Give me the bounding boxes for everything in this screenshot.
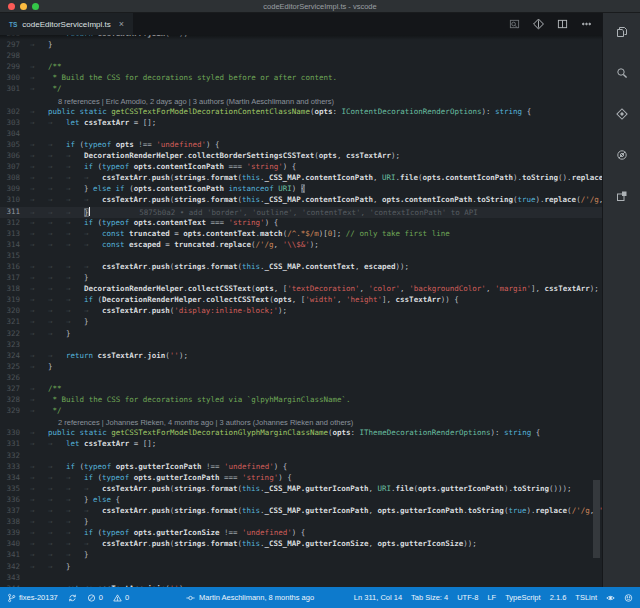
code-line-304[interactable]: 304: [0, 129, 602, 140]
line-number[interactable]: 327: [0, 384, 30, 395]
code-line-320[interactable]: 320→→→→cssTextArr.push('display:inline-b…: [0, 306, 602, 317]
code-line-298[interactable]: 298: [0, 51, 602, 62]
status-item[interactable]: Ln 311, Col 14: [354, 593, 402, 602]
git-compare-icon[interactable]: [533, 19, 544, 30]
code-line-337[interactable]: 337→→→→cssTextArr.push(strings.format(th…: [0, 506, 602, 517]
git-blame-status[interactable]: Martin Aeschlimann, 8 months ago: [186, 593, 314, 602]
codelens-annotation[interactable]: 2 references | Johannes Rieken, 4 months…: [0, 417, 602, 428]
extensions-icon[interactable]: [613, 187, 630, 204]
line-number[interactable]: 307: [0, 162, 30, 173]
more-actions-icon[interactable]: [581, 19, 592, 30]
code-line-329[interactable]: 329→ */: [0, 406, 602, 417]
line-number[interactable]: 339: [0, 528, 30, 539]
code-line-311[interactable]: 311→→→} 5875b0a2 • add 'border', 'outlin…: [0, 207, 602, 218]
maximize-window-button[interactable]: [32, 3, 39, 10]
line-number[interactable]: 320: [0, 306, 30, 317]
code-line-318[interactable]: 318→→→DecorationRenderHelper.collectCSST…: [0, 284, 602, 295]
status-item[interactable]: 2.1.6: [550, 593, 567, 602]
status-item[interactable]: Tab Size: 4: [411, 593, 448, 602]
code-line-334[interactable]: 334→→→if (typeof opts.gutterIconPath ===…: [0, 473, 602, 484]
line-number[interactable]: 341: [0, 550, 30, 561]
line-number[interactable]: 319: [0, 295, 30, 306]
code-line-324[interactable]: 324→→return cssTextArr.join('');: [0, 351, 602, 362]
code-line-326[interactable]: 326: [0, 373, 602, 384]
line-number[interactable]: 336: [0, 495, 30, 506]
line-number[interactable]: 303: [0, 118, 30, 129]
debug-icon[interactable]: [613, 146, 630, 163]
code-line-335[interactable]: 335→→→→cssTextArr.push(strings.format(th…: [0, 484, 602, 495]
code-line-321[interactable]: 321→→→}: [0, 317, 602, 328]
status-item-error[interactable]: 0: [87, 593, 103, 602]
code-line-303[interactable]: 303→→let cssTextArr = [];: [0, 118, 602, 129]
line-number[interactable]: 335: [0, 484, 30, 495]
line-number[interactable]: 330: [0, 428, 30, 439]
line-number[interactable]: 340: [0, 539, 30, 550]
line-number[interactable]: 329: [0, 406, 30, 417]
line-number[interactable]: 337: [0, 506, 30, 517]
codelens-annotation[interactable]: 8 references | Eric Amodio, 2 days ago |…: [0, 96, 602, 107]
line-number[interactable]: 328: [0, 395, 30, 406]
line-number[interactable]: 314: [0, 240, 30, 251]
line-number[interactable]: 316: [0, 262, 30, 273]
line-number[interactable]: 298: [0, 51, 30, 62]
code-line-323[interactable]: 323: [0, 340, 602, 351]
line-number[interactable]: 342: [0, 562, 30, 573]
source-control-icon[interactable]: [613, 105, 630, 122]
line-number[interactable]: 323: [0, 340, 30, 351]
search-icon[interactable]: [613, 64, 630, 81]
code-line-305[interactable]: 305→→if (typeof opts !== 'undefined') {: [0, 140, 602, 151]
code-line-306[interactable]: 306→→→DecorationRenderHelper.collectBord…: [0, 151, 602, 162]
line-number[interactable]: 315: [0, 251, 30, 262]
code-line-343[interactable]: 343: [0, 573, 602, 584]
status-item-sync[interactable]: [68, 593, 77, 602]
code-line-327[interactable]: 327→/**: [0, 384, 602, 395]
status-item[interactable]: TypeScript: [505, 593, 540, 602]
vertical-scrollbar[interactable]: [593, 480, 600, 558]
line-number[interactable]: 297: [0, 40, 30, 51]
line-number[interactable]: 306: [0, 151, 30, 162]
code-line-339[interactable]: 339→→→if (typeof opts.gutterIconSize !==…: [0, 528, 602, 539]
code-line-310[interactable]: 310→→→→cssTextArr.push(strings.format(th…: [0, 195, 602, 206]
line-number[interactable]: 324: [0, 351, 30, 362]
line-number[interactable]: 325: [0, 362, 30, 373]
line-number[interactable]: 299: [0, 62, 30, 73]
line-number[interactable]: 302: [0, 107, 30, 118]
line-number[interactable]: 321: [0, 317, 30, 328]
code-line-338[interactable]: 338→→→}: [0, 517, 602, 528]
close-window-button[interactable]: [8, 3, 15, 10]
code-line-342[interactable]: 342→→}: [0, 562, 602, 573]
line-number[interactable]: 331: [0, 439, 30, 450]
line-number[interactable]: 338: [0, 517, 30, 528]
line-number[interactable]: 301: [0, 84, 30, 95]
line-number[interactable]: 311: [0, 207, 30, 218]
line-number[interactable]: 322: [0, 329, 30, 340]
status-item-feedback-smiley[interactable]: [624, 593, 633, 602]
code-line-315[interactable]: 315: [0, 251, 602, 262]
line-number[interactable]: 318: [0, 284, 30, 295]
line-number[interactable]: 332: [0, 451, 30, 462]
status-item[interactable]: TSLint: [575, 593, 597, 602]
code-line-336[interactable]: 336→→→} else {: [0, 495, 602, 506]
open-preview-icon[interactable]: [509, 19, 520, 30]
code-line-332[interactable]: 332: [0, 451, 602, 462]
code-line-299[interactable]: 299→/**: [0, 62, 602, 73]
status-item[interactable]: LF: [487, 593, 496, 602]
line-number[interactable]: 310: [0, 195, 30, 206]
code-line-325[interactable]: 325→}: [0, 362, 602, 373]
code-line-302[interactable]: 302→public static getCSSTextForModelDeco…: [0, 107, 602, 118]
code-line-300[interactable]: 300→ * Build the CSS for decorations sty…: [0, 73, 602, 84]
explorer-icon[interactable]: [613, 23, 630, 40]
line-number[interactable]: 305: [0, 140, 30, 151]
status-item-eye[interactable]: [606, 593, 615, 602]
tab-close-icon[interactable]: ×: [119, 19, 124, 29]
line-number[interactable]: 309: [0, 184, 30, 195]
code-line-314[interactable]: 314→→→→const escaped = truncated.replace…: [0, 240, 602, 251]
code-line-322[interactable]: 322→→}: [0, 329, 602, 340]
code-line-328[interactable]: 328→ * Build the CSS for decorations sty…: [0, 395, 602, 406]
code-line-330[interactable]: 330→public static getCSSTextForModelDeco…: [0, 428, 602, 439]
split-editor-icon[interactable]: [557, 19, 568, 30]
code-line-307[interactable]: 307→→→if (typeof opts.contentIconPath ==…: [0, 162, 602, 173]
code-line-331[interactable]: 331→→let cssTextArr = [];: [0, 439, 602, 450]
code-line-312[interactable]: 312→→→if (typeof opts.contentText === 's…: [0, 218, 602, 229]
code-line-317[interactable]: 317→→→}: [0, 273, 602, 284]
